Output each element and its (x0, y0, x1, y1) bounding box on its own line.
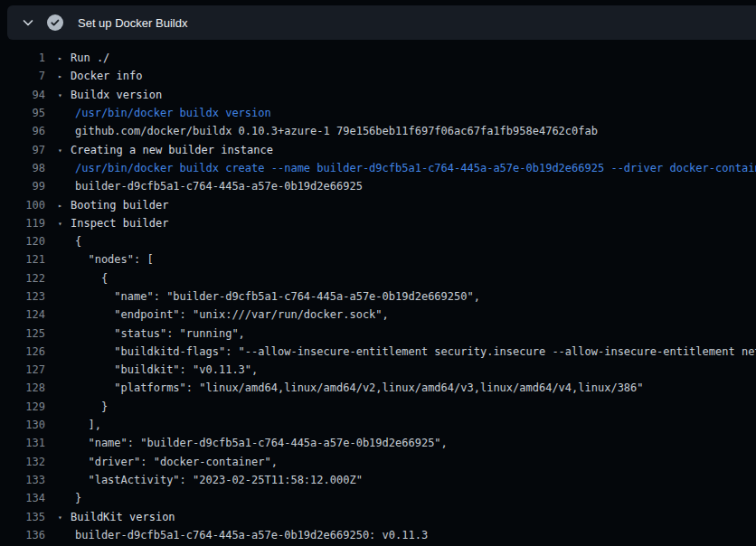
log-text: ], (75, 419, 101, 431)
log-group-line[interactable]: 1▸Run ./ (0, 49, 756, 67)
chevron-down-icon[interactable] (21, 15, 35, 30)
triangle-right-icon: ▸ (58, 72, 71, 80)
line-number[interactable]: 120 (0, 235, 45, 248)
log-line: 123 "name": "builder-d9cfb5a1-c764-445a-… (0, 287, 756, 306)
log-line: 95/usr/bin/docker buildx version (0, 104, 756, 122)
line-number[interactable]: 98 (0, 162, 45, 174)
line-number[interactable]: 131 (0, 437, 45, 449)
log-text: "name": "builder-d9cfb5a1-c764-445a-a57e… (75, 437, 448, 449)
line-number[interactable]: 100 (0, 199, 45, 212)
log-text: builder-d9cfb5a1-c764-445a-a57e-0b19d2e6… (75, 180, 363, 193)
line-number[interactable]: 130 (0, 419, 45, 431)
log-line: 96github.com/docker/buildx 0.10.3+azure-… (0, 122, 756, 140)
log-group-line[interactable]: 94▾Buildx version (0, 86, 756, 104)
line-number[interactable]: 125 (0, 327, 45, 340)
log-line: 131 "name": "builder-d9cfb5a1-c764-445a-… (0, 434, 756, 452)
log-text: "status": "running", (75, 327, 245, 340)
line-number[interactable]: 132 (0, 456, 45, 468)
log-text: "nodes": [ (75, 253, 154, 266)
line-number[interactable]: 7 (0, 70, 45, 82)
log-line: 122 { (0, 269, 756, 287)
log-text: } (75, 492, 81, 504)
line-number[interactable]: 99 (0, 180, 45, 193)
log-text: "buildkit": "v0.11.3", (75, 363, 258, 376)
log-line: 124 "endpoint": "unix:///var/run/docker.… (0, 306, 756, 324)
line-number[interactable]: 123 (0, 290, 45, 303)
group-title: Run ./ (71, 52, 109, 64)
line-number[interactable]: 119 (0, 217, 45, 230)
triangle-down-icon: ▾ (58, 91, 71, 99)
log-line: 126 "buildkitd-flags": "--allow-insecure… (0, 343, 756, 361)
log-text: "lastActivity": "2023-02-25T11:58:12.000… (75, 474, 363, 486)
line-number[interactable]: 96 (0, 125, 45, 137)
group-title: BuildKit version (71, 511, 175, 523)
log-line: 134} (0, 489, 756, 507)
log-line: 125 "status": "running", (0, 324, 756, 342)
line-number[interactable]: 126 (0, 345, 45, 358)
log-text: github.com/docker/buildx 0.10.3+azure-1 … (75, 125, 598, 137)
line-number[interactable]: 129 (0, 400, 45, 413)
log-text: "buildkitd-flags": "--allow-insecure-ent… (75, 345, 756, 358)
log-text: builder-d9cfb5a1-c764-445a-a57e-0b19d2e6… (75, 529, 428, 541)
step-success-check-icon (47, 14, 63, 31)
line-number[interactable]: 124 (0, 308, 45, 321)
triangle-down-icon: ▾ (58, 220, 71, 228)
log-line: 121 "nodes": [ (0, 250, 756, 268)
line-number[interactable]: 136 (0, 529, 45, 541)
log-group-line[interactable]: 7▸Docker info (0, 67, 756, 85)
log-line: 133 "lastActivity": "2023-02-25T11:58:12… (0, 471, 756, 489)
log-group-line[interactable]: 97▾Creating a new builder instance (0, 140, 756, 158)
line-number[interactable]: 127 (0, 363, 45, 376)
log-group-line[interactable]: 100▸Booting builder (0, 195, 756, 213)
log-text: "endpoint": "unix:///var/run/docker.sock… (75, 308, 389, 321)
log-line: 129 } (0, 398, 756, 416)
log-text: { (75, 235, 81, 248)
group-title: Docker info (71, 70, 142, 82)
group-title: Inspect builder (71, 217, 168, 230)
line-number[interactable]: 97 (0, 144, 45, 156)
line-number[interactable]: 122 (0, 272, 45, 285)
log-group-line[interactable]: 135▾BuildKit version (0, 507, 756, 525)
triangle-down-icon: ▾ (58, 146, 71, 155)
line-number[interactable]: 128 (0, 381, 45, 394)
log-line: 127 "buildkit": "v0.11.3", (0, 361, 756, 379)
line-number[interactable]: 134 (0, 492, 45, 504)
log-line: 130 ], (0, 416, 756, 434)
group-title: Creating a new builder instance (71, 144, 273, 156)
log-line: 132 "driver": "docker-container", (0, 453, 756, 471)
triangle-down-icon: ▾ (58, 513, 71, 522)
log-text: "platforms": "linux/amd64,linux/amd64/v2… (75, 381, 644, 394)
log-line: 120{ (0, 232, 756, 250)
log-line: 98/usr/bin/docker buildx create --name b… (0, 159, 756, 177)
line-number[interactable]: 133 (0, 474, 45, 486)
triangle-right-icon: ▸ (58, 202, 71, 210)
log-text: { (75, 272, 108, 285)
line-number[interactable]: 121 (0, 253, 45, 266)
triangle-right-icon: ▸ (58, 54, 71, 62)
log-lines: 1▸Run ./7▸Docker info94▾Buildx version95… (0, 49, 756, 544)
log-text: } (75, 400, 108, 413)
group-title: Buildx version (71, 89, 162, 101)
log-group-line[interactable]: 119▾Inspect builder (0, 214, 756, 232)
line-number[interactable]: 95 (0, 107, 45, 119)
log-text: /usr/bin/docker buildx create --name bui… (75, 162, 756, 174)
log-line: 128 "platforms": "linux/amd64,linux/amd6… (0, 379, 756, 397)
log-line: 99builder-d9cfb5a1-c764-445a-a57e-0b19d2… (0, 177, 756, 195)
log-text: "name": "builder-d9cfb5a1-c764-445a-a57e… (75, 290, 480, 303)
line-number[interactable]: 94 (0, 89, 45, 101)
log-text: /usr/bin/docker buildx version (75, 107, 271, 119)
log-line: 136builder-d9cfb5a1-c764-445a-a57e-0b19d… (0, 526, 756, 544)
line-number[interactable]: 1 (0, 52, 45, 64)
step-title: Set up Docker Buildx (78, 16, 187, 30)
group-title: Booting builder (71, 199, 168, 212)
step-header[interactable]: Set up Docker Buildx (7, 5, 756, 40)
line-number[interactable]: 135 (0, 511, 45, 523)
log-text: "driver": "docker-container", (75, 456, 278, 468)
